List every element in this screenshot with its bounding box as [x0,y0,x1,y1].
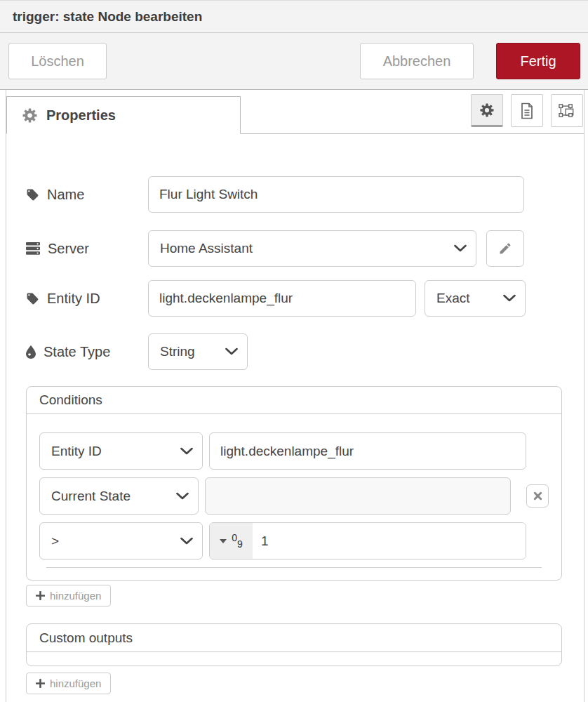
number-type-icon: 0 9 [232,536,243,546]
done-button[interactable]: Fertig [496,43,580,79]
conditions-panel: Conditions Entity ID [26,386,562,581]
server-select[interactable]: Home Assistant [148,230,476,267]
pencil-icon [498,241,512,256]
chevron-down-icon [180,447,193,455]
state-type-select[interactable]: String [148,333,248,370]
entity-match-value: Exact [436,291,470,306]
tab-action-buttons [471,94,583,127]
entity-id-label-text: Entity ID [47,291,100,307]
state-type-label-text: State Type [44,344,110,360]
appearance-icon [559,103,575,119]
entity-id-input[interactable] [148,280,416,317]
properties-form: Name [6,134,584,694]
tab-properties[interactable]: Properties [6,96,241,134]
condition-value-input[interactable] [209,432,526,470]
condition-value-input[interactable] [205,477,512,515]
edit-server-button[interactable] [486,230,524,267]
conditions-rows: Entity ID Current State [27,414,561,580]
tab-properties-label: Properties [46,107,116,124]
entity-match-select[interactable]: Exact [425,280,526,317]
gear-icon [22,108,37,123]
server-icon [26,242,40,255]
appearance-tab-button[interactable] [551,94,583,127]
chevron-down-icon [225,348,238,356]
caret-down-icon [220,539,227,543]
server-select-value: Home Assistant [160,241,253,256]
condition-row: Entity ID [39,432,549,470]
condition-property-select[interactable]: Entity ID [39,432,203,470]
conditions-footer-divider [46,567,542,580]
tab-bar: Properties [6,90,584,134]
typed-input: 0 9 [209,522,526,559]
plus-icon [36,679,45,688]
typed-input-type-button[interactable]: 0 9 [210,523,253,559]
conditions-title: Conditions [39,392,102,408]
gear-icon [480,103,494,117]
custom-outputs-title: Custom outputs [39,630,133,646]
chevron-down-icon [176,492,189,500]
node-edit-dialog: trigger: state Node bearbeiten Löschen A… [0,0,588,702]
dialog-body: Properties [6,90,584,702]
add-condition-button[interactable]: hinzufügen [26,585,111,607]
add-condition-label: hinzufügen [50,590,101,602]
state-type-label: State Type [26,344,148,360]
name-input[interactable] [148,176,524,213]
condition-property-select[interactable]: > [39,522,203,559]
description-tab-button[interactable] [511,94,543,127]
name-label: Name [26,187,148,203]
toolbar-right-group: Abbrechen Fertig [360,43,580,79]
entity-id-field-row: Entity ID Exact [26,280,564,317]
document-icon [520,102,534,119]
add-output-label: hinzufügen [50,677,101,689]
cancel-button[interactable]: Abbrechen [360,43,474,79]
add-output-button[interactable]: hinzufügen [26,673,111,694]
tag-icon [26,188,39,201]
state-type-field-row: State Type String [26,333,564,370]
droplet-icon [26,345,36,359]
condition-row: > 0 9 [39,522,549,559]
server-label: Server [26,241,148,257]
name-field-row: Name [26,176,564,213]
name-label-text: Name [47,187,84,203]
condition-property-value: Entity ID [51,444,102,459]
remove-condition-button[interactable] [526,484,549,508]
conditions-header: Conditions [27,387,561,414]
chevron-down-icon [503,295,516,303]
x-icon [533,491,542,501]
chevron-down-icon [180,537,193,545]
server-field-row: Server Home Assistant [26,230,564,267]
delete-button[interactable]: Löschen [8,43,107,79]
condition-property-value: Current State [51,489,131,504]
custom-outputs-empty-list [27,652,561,665]
server-label-text: Server [48,241,89,257]
state-type-value: String [160,344,195,359]
chevron-down-icon [454,245,467,253]
condition-property-value: > [51,534,59,549]
condition-value-input[interactable] [253,523,526,559]
entity-id-label: Entity ID [26,291,148,307]
custom-outputs-panel: Custom outputs [26,623,562,666]
condition-property-select[interactable]: Current State [39,477,199,515]
condition-row: Current State [39,477,549,515]
dialog-title: trigger: state Node bearbeiten [13,9,202,25]
custom-outputs-header: Custom outputs [27,624,561,652]
dialog-header: trigger: state Node bearbeiten [0,1,588,33]
dialog-toolbar: Löschen Abbrechen Fertig [0,33,588,90]
settings-tab-button[interactable] [471,94,503,127]
tag-icon [26,292,39,305]
plus-icon [36,591,45,600]
